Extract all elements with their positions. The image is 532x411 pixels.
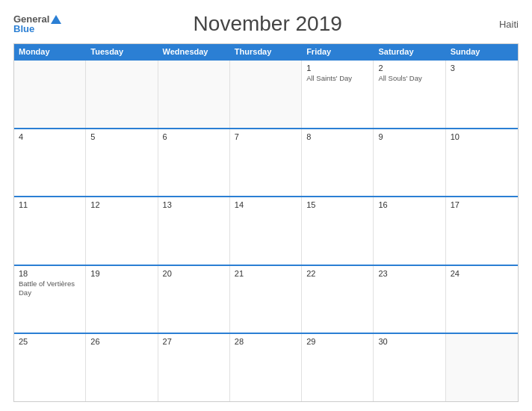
cal-cell: 12 [86,197,158,265]
cal-cell: 17 [446,197,518,265]
cal-cell: 11 [14,197,86,265]
day-number: 8 [306,132,368,141]
header-day-saturday: Saturday [374,44,445,59]
cal-cell [230,61,302,128]
day-event: All Souls' Day [378,74,440,83]
day-event: Battle of Vertières Day [19,279,81,298]
logo: General Blue [13,14,61,34]
cal-cell [158,61,230,128]
header-day-tuesday: Tuesday [86,44,158,59]
cal-cell [86,61,158,128]
cal-cell: 20 [158,266,230,333]
cal-cell [446,334,518,401]
calendar-title: November 2019 [61,12,474,36]
day-number: 9 [378,132,440,141]
day-number: 13 [163,200,225,209]
cal-cell: 23 [374,266,445,333]
day-number: 10 [451,132,513,141]
day-number: 15 [306,200,368,209]
day-number: 11 [19,200,81,209]
cal-cell: 18Battle of Vertières Day [14,266,86,333]
cal-cell: 9 [374,129,445,197]
day-number: 4 [19,132,81,141]
day-number: 18 [19,269,81,278]
day-number: 12 [90,200,152,209]
week-row-2: 45678910 [14,128,518,197]
day-number: 1 [306,64,368,72]
cal-cell: 1All Saints' Day [302,61,374,128]
cal-cell: 26 [86,334,158,401]
cal-cell: 8 [302,129,374,197]
day-number: 28 [235,337,297,346]
cal-cell: 2All Souls' Day [374,61,445,128]
day-number: 19 [90,269,152,278]
day-number: 3 [451,64,513,72]
country-label: Haiti [474,19,519,30]
header: General Blue November 2019 Haiti [13,12,519,36]
day-number: 22 [306,269,368,278]
day-number: 27 [163,337,225,346]
calendar-body: 1All Saints' Day2All Souls' Day345678910… [14,59,518,401]
day-number: 20 [163,269,225,278]
day-event: All Saints' Day [306,74,368,83]
cal-cell: 15 [302,197,374,265]
day-number: 14 [235,200,297,209]
week-row-4: 18Battle of Vertières Day192021222324 [14,265,518,333]
header-day-thursday: Thursday [230,44,302,59]
day-number: 17 [451,200,513,209]
day-number: 5 [90,132,152,141]
cal-cell: 27 [158,334,230,401]
week-row-1: 1All Saints' Day2All Souls' Day3 [14,59,518,128]
day-number: 30 [378,337,440,346]
cal-cell: 30 [374,334,445,401]
cal-cell: 3 [446,61,518,128]
cal-cell: 4 [14,129,86,197]
day-number: 29 [306,337,368,346]
day-number: 7 [235,132,297,141]
cal-cell: 14 [230,197,302,265]
cal-cell: 25 [14,334,86,401]
cal-cell: 28 [230,334,302,401]
week-row-3: 11121314151617 [14,196,518,265]
week-row-5: 252627282930 [14,333,518,401]
header-day-wednesday: Wednesday [158,44,230,59]
cal-cell: 24 [446,266,518,333]
page: General Blue November 2019 Haiti MondayT… [0,0,532,411]
calendar-header: MondayTuesdayWednesdayThursdayFridaySatu… [14,44,518,59]
cal-cell [14,61,86,128]
cal-cell: 21 [230,266,302,333]
day-number: 24 [451,269,513,278]
day-number: 21 [235,269,297,278]
cal-cell: 10 [446,129,518,197]
header-day-friday: Friday [302,44,374,59]
day-number: 23 [378,269,440,278]
header-day-monday: Monday [14,44,86,59]
cal-cell: 16 [374,197,445,265]
day-number: 6 [163,132,225,141]
day-number: 16 [378,200,440,209]
day-number: 25 [19,337,81,346]
cal-cell: 5 [86,129,158,197]
logo-blue-text: Blue [13,24,61,34]
cal-cell: 29 [302,334,374,401]
cal-cell: 22 [302,266,374,333]
calendar: MondayTuesdayWednesdayThursdayFridaySatu… [13,43,519,402]
header-day-sunday: Sunday [446,44,518,59]
day-number: 26 [90,337,152,346]
cal-cell: 19 [86,266,158,333]
cal-cell: 7 [230,129,302,197]
day-number: 2 [378,64,440,72]
cal-cell: 6 [158,129,230,197]
cal-cell: 13 [158,197,230,265]
logo-triangle-icon [51,15,61,24]
